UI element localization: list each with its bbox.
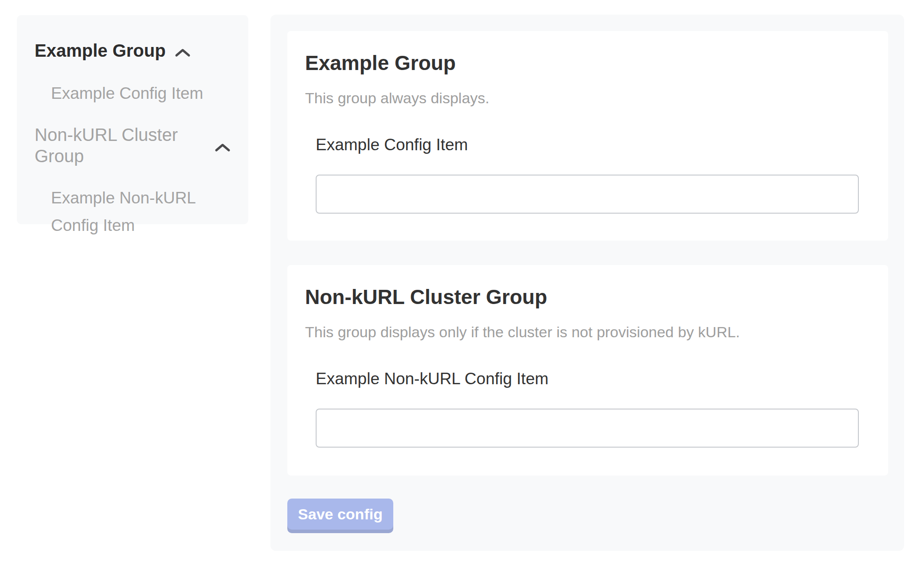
config-item-example-config-item: Example Config Item: [316, 135, 870, 214]
sidebar-item-example-config-item[interactable]: Example Config Item: [51, 80, 228, 107]
config-item-label: Example Config Item: [316, 135, 870, 155]
config-group-card-example-group: Example Group This group always displays…: [287, 31, 888, 241]
config-group-card-non-kurl-cluster-group: Non-kURL Cluster Group This group displa…: [287, 265, 888, 476]
save-config-button[interactable]: Save config: [287, 499, 393, 530]
group-title: Non-kURL Cluster Group: [305, 265, 870, 309]
example-config-item-input[interactable]: [316, 175, 859, 214]
config-item-example-non-kurl-config-item: Example Non-kURL Config Item: [316, 369, 870, 448]
group-description: This group always displays.: [305, 89, 870, 107]
sidebar-group-label: Non-kURL Cluster Group: [35, 124, 206, 167]
sidebar-group-non-kurl-cluster-group[interactable]: Non-kURL Cluster Group: [35, 124, 231, 167]
config-main-panel: Example Group This group always displays…: [270, 15, 904, 551]
sidebar-item-label: Example Config Item: [51, 84, 203, 102]
group-title: Example Group: [305, 31, 870, 75]
sidebar-item-label: Example Non-kURL Config Item: [51, 189, 196, 234]
sidebar-item-example-non-kurl-config-item[interactable]: Example Non-kURL Config Item: [51, 184, 228, 239]
sidebar-group-label: Example Group: [35, 40, 166, 61]
chevron-up-icon[interactable]: [175, 41, 191, 62]
sidebar-group-example-group[interactable]: Example Group: [35, 39, 231, 62]
example-non-kurl-config-item-input[interactable]: [316, 409, 859, 448]
group-description: This group displays only if the cluster …: [305, 323, 870, 341]
config-nav-sidebar: Example Group Example Config Item Non-kU…: [17, 15, 248, 224]
chevron-up-icon[interactable]: [215, 136, 231, 157]
config-item-label: Example Non-kURL Config Item: [316, 369, 870, 389]
